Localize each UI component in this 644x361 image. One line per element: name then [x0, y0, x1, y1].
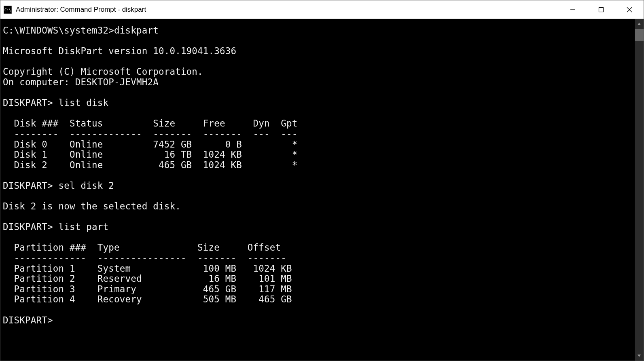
titlebar[interactable]: C:\ Administrator: Command Prompt - disk…	[0, 0, 644, 19]
scroll-down-arrow-icon[interactable]	[635, 351, 644, 361]
vertical-scrollbar[interactable]	[635, 19, 644, 361]
svg-text:C:\: C:\	[4, 8, 11, 12]
window-controls	[559, 0, 644, 19]
scroll-thumb[interactable]	[635, 29, 644, 41]
client-area: C:\WINDOWS\system32>diskpart Microsoft D…	[0, 19, 644, 361]
command-prompt-window: C:\ Administrator: Command Prompt - disk…	[0, 0, 644, 361]
svg-marker-6	[638, 23, 641, 25]
app-icon: C:\	[4, 6, 12, 14]
svg-marker-7	[638, 355, 641, 357]
svg-rect-3	[599, 7, 604, 12]
window-title: Administrator: Command Prompt - diskpart	[16, 6, 559, 14]
minimize-button[interactable]	[559, 0, 587, 19]
close-button[interactable]	[615, 0, 644, 19]
terminal-output[interactable]: C:\WINDOWS\system32>diskpart Microsoft D…	[0, 19, 635, 361]
scroll-up-arrow-icon[interactable]	[635, 19, 644, 29]
maximize-button[interactable]	[587, 0, 615, 19]
